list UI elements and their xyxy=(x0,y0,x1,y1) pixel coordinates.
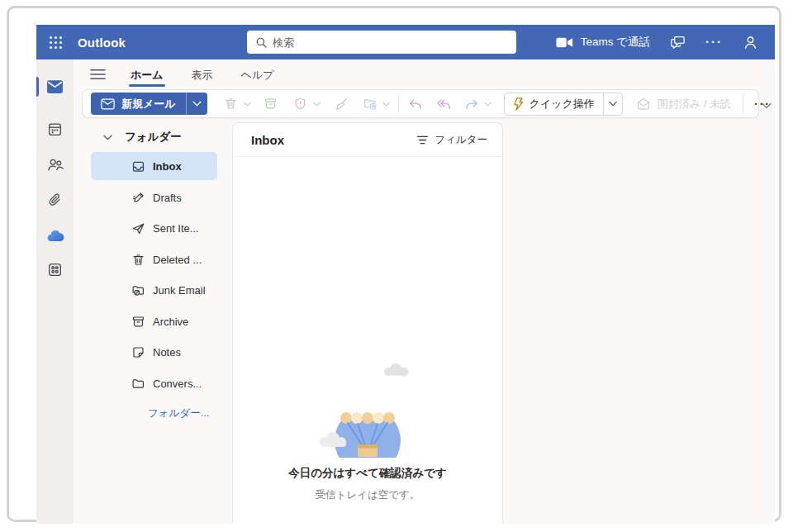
more-icon[interactable]: ··· xyxy=(705,38,723,46)
folder-label: Junk Email xyxy=(153,284,206,297)
divider xyxy=(743,95,743,113)
video-camera-icon xyxy=(556,36,573,49)
top-bar: Outlook Teams で通話 xyxy=(36,25,775,59)
more-folders-link[interactable]: フォルダー... xyxy=(148,406,209,420)
quick-steps-button[interactable]: クイック操作 xyxy=(505,97,603,112)
message-list: Inbox フィルター xyxy=(232,122,503,524)
cloud-icon xyxy=(46,230,64,242)
sweep-button[interactable] xyxy=(331,93,353,115)
reply-button[interactable] xyxy=(405,93,426,115)
inbox-icon xyxy=(131,159,145,173)
folder-item-inbox[interactable]: Inbox xyxy=(91,152,217,180)
rail-attachments-button[interactable] xyxy=(36,185,74,215)
rail-apps-button[interactable] xyxy=(36,254,74,284)
trash-icon xyxy=(131,253,145,267)
tab-view[interactable]: 表示 xyxy=(188,61,216,88)
folder-label: Notes xyxy=(153,346,181,359)
message-list-header: Inbox フィルター xyxy=(233,123,502,157)
move-folder-icon xyxy=(363,97,378,111)
message-list-title: Inbox xyxy=(251,133,284,147)
app-title: Outlook xyxy=(78,36,126,50)
chevron-down-icon xyxy=(762,102,772,109)
teams-call-label: Teams で通話 xyxy=(581,35,650,50)
trash-icon xyxy=(224,97,238,111)
note-icon xyxy=(131,345,145,359)
folder-item-drafts[interactable]: Drafts xyxy=(91,183,217,211)
rail-onedrive-button[interactable] xyxy=(36,221,74,250)
search-box[interactable] xyxy=(247,31,516,54)
folder-item-sent[interactable]: Sent Ite... xyxy=(91,214,217,242)
chevron-down-icon[interactable] xyxy=(242,102,254,107)
folder-label: Deleted ... xyxy=(153,254,202,266)
folder-label: Archive xyxy=(153,316,188,328)
window-frame: Outlook Teams で通話 xyxy=(7,6,781,522)
ribbon-toolbar: 新規メール xyxy=(82,89,759,118)
forward-icon xyxy=(464,97,479,111)
waffle-icon xyxy=(49,36,63,50)
tab-help[interactable]: ヘルプ xyxy=(238,61,278,88)
reply-icon xyxy=(408,97,423,111)
move-to-button[interactable] xyxy=(359,93,381,115)
chevron-down-icon[interactable] xyxy=(381,102,392,107)
mail-icon xyxy=(46,79,64,94)
tab-home[interactable]: ホーム xyxy=(127,61,167,88)
filter-button[interactable]: フィルター xyxy=(416,133,487,147)
new-mail-button[interactable]: 新規メール xyxy=(91,93,207,115)
quick-steps-dropdown-button[interactable] xyxy=(604,101,622,107)
quick-steps-label: クイック操作 xyxy=(529,97,595,112)
paperclip-icon xyxy=(48,192,63,208)
outlook-app: Outlook Teams で通話 xyxy=(36,25,775,524)
filter-label: フィルター xyxy=(434,133,487,147)
drafts-icon xyxy=(131,191,145,205)
rail-mail-button[interactable] xyxy=(36,72,74,102)
folders-header[interactable]: フォルダー xyxy=(74,126,232,148)
folder-label: Inbox xyxy=(153,160,182,173)
balloon-illustration xyxy=(310,357,425,458)
folder-label: Convers... xyxy=(153,378,202,390)
folder-item-notes[interactable]: Notes xyxy=(91,338,217,366)
reply-all-button[interactable] xyxy=(433,93,454,115)
chevron-down-icon[interactable] xyxy=(311,102,323,107)
empty-state-subtitle: 受信トレイは空です。 xyxy=(233,488,502,502)
rail-people-button[interactable] xyxy=(36,150,74,179)
chevron-down-icon xyxy=(192,101,202,107)
folder-item-junk[interactable]: Junk Email xyxy=(91,276,217,304)
folders-header-label: フォルダー xyxy=(125,130,182,145)
search-icon xyxy=(255,36,268,49)
person-icon[interactable] xyxy=(743,35,758,50)
chevron-down-icon[interactable] xyxy=(482,102,494,107)
empty-state: 今日の分はすべて確認済みです 受信トレイは空です。 xyxy=(233,357,502,502)
new-mail-dropdown-button[interactable] xyxy=(187,93,207,115)
teams-call-button[interactable]: Teams で通話 xyxy=(556,35,650,50)
empty-state-title: 今日の分はすべて確認済みです xyxy=(233,466,502,481)
forward-button[interactable] xyxy=(461,93,482,115)
archive-icon xyxy=(264,97,278,111)
archive-button[interactable] xyxy=(260,93,282,115)
chat-icon[interactable] xyxy=(670,36,686,50)
quick-steps-group: クイック操作 xyxy=(504,93,623,116)
folder-item-deleted[interactable]: Deleted ... xyxy=(91,245,217,273)
sweep-icon xyxy=(335,97,349,111)
folder-label: Sent Ite... xyxy=(153,222,199,235)
left-rail xyxy=(36,59,74,524)
junk-folder-icon xyxy=(131,283,145,297)
ribbon-collapse-button[interactable] xyxy=(762,102,772,109)
reply-all-icon xyxy=(436,97,451,111)
app-launcher-button[interactable] xyxy=(36,25,74,59)
send-icon xyxy=(131,221,145,235)
filter-icon xyxy=(416,135,429,145)
chevron-down-icon xyxy=(103,135,112,140)
apps-icon xyxy=(47,262,63,278)
report-button[interactable] xyxy=(290,93,311,115)
hamburger-icon[interactable] xyxy=(90,69,106,80)
search-input[interactable] xyxy=(273,36,496,49)
ribbon-tabs-row: ホーム 表示 ヘルプ xyxy=(74,59,775,89)
folder-item-conversation-history[interactable]: Convers... xyxy=(91,369,217,397)
folder-item-archive[interactable]: Archive xyxy=(91,307,217,335)
new-mail-label: 新規メール xyxy=(121,97,176,112)
delete-button[interactable] xyxy=(221,93,242,115)
rail-calendar-button[interactable] xyxy=(36,114,74,144)
read-unread-button[interactable]: 開封済み / 未読 xyxy=(636,97,731,112)
topbar-actions: Teams で通話 ··· xyxy=(556,35,775,50)
calendar-icon xyxy=(47,121,63,137)
